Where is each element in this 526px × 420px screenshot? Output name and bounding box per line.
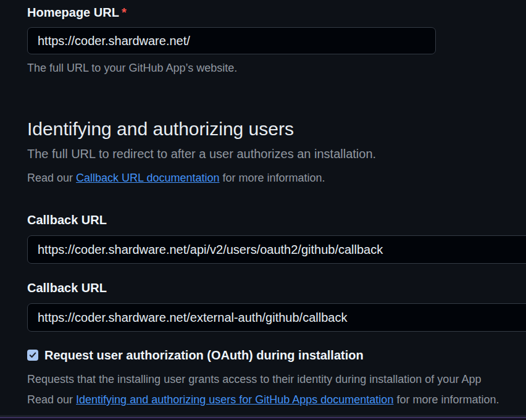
oauth-note: Requests that the installing user grants… <box>27 373 526 386</box>
homepage-url-label-text: Homepage URL <box>27 6 119 19</box>
checkmark-icon <box>29 351 36 359</box>
homepage-url-note: The full URL to your GitHub App’s websit… <box>27 61 526 75</box>
required-asterisk: * <box>122 6 127 19</box>
identifying-section-heading: Identifying and authorizing users <box>27 117 526 141</box>
homepage-url-input[interactable] <box>27 27 436 54</box>
callback-url-documentation-link[interactable]: Callback URL documentation <box>76 172 219 184</box>
read-our-prefix: Read our <box>27 172 73 184</box>
homepage-url-label: Homepage URL* <box>27 5 526 20</box>
read-our-suffix: for more information. <box>223 172 325 184</box>
oauth-checkbox-row: Request user authorization (OAuth) durin… <box>27 348 526 363</box>
identifying-authorizing-users-documentation-link[interactable]: Identifying and authorizing users for Gi… <box>76 393 393 406</box>
github-app-settings-form: Homepage URL* The full URL to your GitHu… <box>0 5 526 407</box>
identifying-section-description: The full URL to redirect to after a user… <box>27 146 526 162</box>
read-our-prefix: Read our <box>27 393 73 406</box>
callback-url-label-primary: Callback URL <box>27 212 526 227</box>
callback-url-input-primary[interactable] <box>27 235 526 264</box>
read-our-suffix: for more information. <box>396 393 499 406</box>
oauth-checkbox[interactable] <box>27 350 38 361</box>
callback-doc-sentence: Read our Callback URL documentation for … <box>27 171 526 185</box>
oauth-doc-sentence: Read our Identifying and authorizing use… <box>27 393 526 407</box>
callback-url-input-secondary[interactable] <box>27 303 526 332</box>
oauth-checkbox-label: Request user authorization (OAuth) durin… <box>44 348 364 363</box>
callback-url-label-secondary: Callback URL <box>27 280 526 295</box>
bottom-section-divider <box>0 415 526 420</box>
